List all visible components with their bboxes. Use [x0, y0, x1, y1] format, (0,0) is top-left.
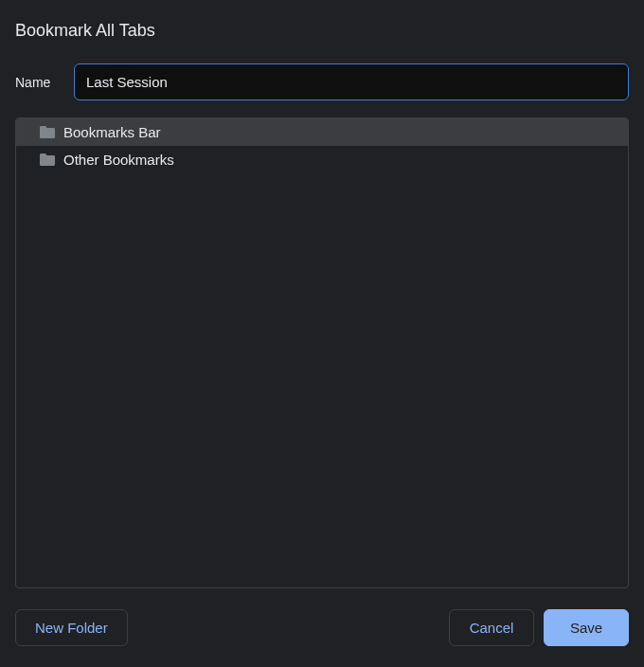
name-label: Name: [15, 75, 74, 90]
new-folder-button[interactable]: New Folder: [15, 609, 128, 646]
folder-icon: [39, 153, 56, 167]
save-button[interactable]: Save: [544, 609, 629, 646]
button-group-right: Cancel Save: [449, 609, 629, 646]
bookmark-name-input[interactable]: [74, 63, 629, 100]
cancel-button[interactable]: Cancel: [449, 609, 534, 646]
button-row: New Folder Cancel Save: [15, 609, 629, 652]
name-row: Name: [15, 63, 629, 100]
folder-tree[interactable]: Bookmarks Bar Other Bookmarks: [15, 117, 629, 588]
tree-item-label: Bookmarks Bar: [63, 124, 161, 140]
bookmark-all-tabs-dialog: Bookmark All Tabs Name Bookmarks Bar Oth…: [0, 0, 644, 667]
tree-item-other-bookmarks[interactable]: Other Bookmarks: [16, 146, 628, 173]
tree-item-bookmarks-bar[interactable]: Bookmarks Bar: [16, 118, 628, 146]
tree-item-label: Other Bookmarks: [63, 152, 174, 168]
dialog-title: Bookmark All Tabs: [15, 21, 629, 41]
folder-icon: [39, 125, 56, 139]
